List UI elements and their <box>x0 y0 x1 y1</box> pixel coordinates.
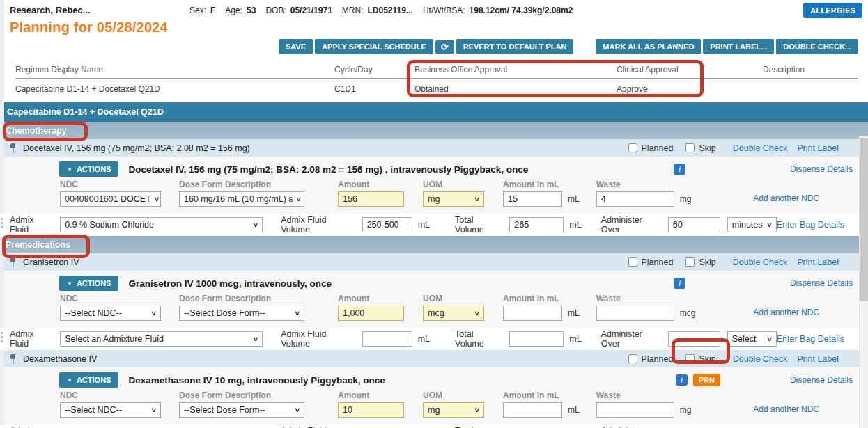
col-regimen-display-name: Regimen Display Name <box>15 65 334 74</box>
amount-in-ml-input[interactable] <box>503 191 562 207</box>
double-check-link[interactable]: Double Check <box>733 257 788 267</box>
double-check-button[interactable]: DOUBLE CHECK... <box>776 39 858 54</box>
admix-fluid-select[interactable]: Select an Admixture Fluid˅ <box>60 331 263 347</box>
amount-input[interactable] <box>338 191 404 207</box>
waste-input[interactable] <box>596 306 674 321</box>
save-button[interactable]: SAVE <box>279 39 313 54</box>
amount-input[interactable] <box>338 402 404 418</box>
add-another-ndc-link[interactable]: Add another NDC <box>753 308 819 321</box>
actions-arrow-icon: ▼ <box>67 377 72 383</box>
planned-checkbox[interactable] <box>628 354 637 363</box>
dispense-details-link[interactable]: Dispense Details <box>790 375 853 385</box>
regimen-table: Regimen Display Name Cycle/Day Business … <box>15 61 858 99</box>
admix-fluid-volume-input[interactable] <box>362 331 412 347</box>
total-volume-input[interactable] <box>509 217 564 232</box>
actions-button[interactable]: ▼ACTIONS <box>59 161 118 177</box>
double-check-link[interactable]: Double Check <box>733 354 788 364</box>
print-label-link[interactable]: Print Label <box>797 257 839 267</box>
col-clinical-approval: Clinical Approval <box>617 65 763 74</box>
print-label-link[interactable]: Print Label <box>797 354 839 364</box>
waste-label: Waste <box>596 180 692 189</box>
amount-in-ml-input[interactable] <box>503 306 562 321</box>
mark-all-as-planned-button[interactable]: MARK ALL AS PLANNED <box>596 39 701 54</box>
print-label-link[interactable]: Print Label <box>797 143 839 153</box>
planned-checkbox[interactable] <box>628 257 637 267</box>
info-icon[interactable]: i <box>674 164 685 175</box>
scrollbar-thumb[interactable] <box>860 138 868 301</box>
chevron-down-icon: ˅ <box>295 406 300 414</box>
htwtbsa-label: Ht/Wt/BSA: <box>423 6 465 15</box>
actions-button[interactable]: ▼ACTIONS <box>59 276 118 291</box>
ml-unit: mL <box>418 220 430 230</box>
revert-to-default-plan-button[interactable]: REVERT TO DEFAULT PLAN <box>456 39 574 54</box>
row-gripper-icon[interactable] <box>1 332 3 342</box>
dose-form-select[interactable]: 160 mg/16 mL (10 mg/mL) s˅ <box>179 191 304 207</box>
clinical-approval-cell[interactable]: Approve <box>617 84 763 94</box>
business-office-approval-cell[interactable]: Obtained <box>414 84 617 94</box>
amount-input[interactable] <box>338 306 404 321</box>
refresh-icon: ⟳ <box>441 42 449 52</box>
admix-fluid-volume-label: Admix Fluid Volume <box>281 215 357 235</box>
col-business-office-approval: Business Office Approval <box>414 65 617 74</box>
mrn-label: MRN: <box>342 6 364 15</box>
total-volume-label: Total Volume <box>455 215 504 235</box>
skip-checkbox[interactable] <box>685 257 695 267</box>
vertical-scrollbar[interactable] <box>859 136 868 428</box>
drug-pin-icon <box>10 257 16 267</box>
chevron-down-icon: ˅ <box>475 406 479 414</box>
info-icon[interactable]: i <box>676 374 688 386</box>
regimen-name-cell: Capecitabine D1-14 + Docetaxel Q21D <box>15 84 334 94</box>
chevron-down-icon: ˅ <box>254 221 258 229</box>
amount-in-ml-input[interactable] <box>503 402 562 418</box>
ndc-select[interactable]: 00409001601 DOCET˅ <box>60 191 161 207</box>
administer-over-unit-select[interactable]: Select˅ <box>727 331 777 347</box>
administer-over-input[interactable] <box>668 331 720 347</box>
administer-over-unit-select[interactable]: minutes˅ <box>727 217 777 232</box>
dob-value: 05/21/1971 <box>290 6 332 15</box>
ml-unit: mL <box>568 405 580 415</box>
refresh-button[interactable]: ⟳ <box>435 40 454 54</box>
enter-bag-details-link[interactable]: Enter Bag Details <box>777 334 844 344</box>
print-label-button[interactable]: PRINT LABEL... <box>703 39 774 54</box>
admix-fluid-volume-input[interactable] <box>362 217 412 232</box>
sex-value: F <box>210 6 215 15</box>
actions-button[interactable]: ▼ACTIONS <box>59 372 118 388</box>
dispense-details-link[interactable]: Dispense Details <box>790 278 853 288</box>
admix-fluid-label: Admix Fluid <box>10 215 54 235</box>
drug-card-dexamethasone: ▼ACTIONS Dexamethasone IV 10 mg, intrave… <box>0 367 868 425</box>
admix-fluid-select[interactable]: 0.9 % Sodium Chloride˅ <box>60 217 263 232</box>
ml-unit: mL <box>418 334 430 344</box>
uom-select[interactable]: mcg˅ <box>423 306 484 321</box>
double-check-link[interactable]: Double Check <box>733 143 788 153</box>
allergies-button[interactable]: ALLERGIES <box>803 3 862 18</box>
add-another-ndc-link[interactable]: Add another NDC <box>753 193 819 207</box>
enter-bag-details-link[interactable]: Enter Bag Details <box>777 220 844 230</box>
skip-label: Skip <box>699 257 715 267</box>
row-gripper-icon[interactable] <box>1 218 3 228</box>
skip-checkbox[interactable] <box>685 143 695 152</box>
waste-input[interactable] <box>596 402 674 418</box>
ndc-select[interactable]: --Select NDC--˅ <box>60 306 161 321</box>
apply-special-schedule-button[interactable]: APPLY SPECIAL SCHEDULE <box>315 39 433 54</box>
uom-select[interactable]: mg˅ <box>423 402 484 418</box>
skip-label: Skip <box>699 354 715 364</box>
drug-actions-row: ▼ACTIONS Dexamethasone IV 10 mg, intrave… <box>0 367 868 389</box>
uom-select[interactable]: mg˅ <box>423 191 484 207</box>
waste-label: Waste <box>596 390 692 400</box>
admix-row-granisetron: Admix Fluid Select an Admixture Fluid˅ A… <box>0 328 868 350</box>
chevron-down-icon: ˅ <box>152 309 156 317</box>
administer-over-input[interactable] <box>668 217 720 232</box>
planned-checkbox[interactable] <box>628 143 637 152</box>
skip-checkbox[interactable] <box>685 354 695 363</box>
total-volume-input[interactable] <box>509 331 564 347</box>
ndc-select[interactable]: --Select NDC--˅ <box>60 402 161 418</box>
dose-form-select[interactable]: --Select Dose Form--˅ <box>179 306 304 321</box>
waste-input[interactable] <box>596 191 674 207</box>
info-icon[interactable]: i <box>674 278 685 289</box>
add-another-ndc-link[interactable]: Add another NDC <box>753 404 819 418</box>
plan-toolbar: SAVE APPLY SPECIAL SCHEDULE ⟳ REVERT TO … <box>0 35 868 55</box>
dispense-details-link[interactable]: Dispense Details <box>790 164 853 174</box>
page-title: Planning for 05/28/2024 <box>10 19 868 35</box>
dose-form-select[interactable]: --Select Dose Form--˅ <box>179 402 304 418</box>
col-cycle-day: Cycle/Day <box>334 65 414 74</box>
